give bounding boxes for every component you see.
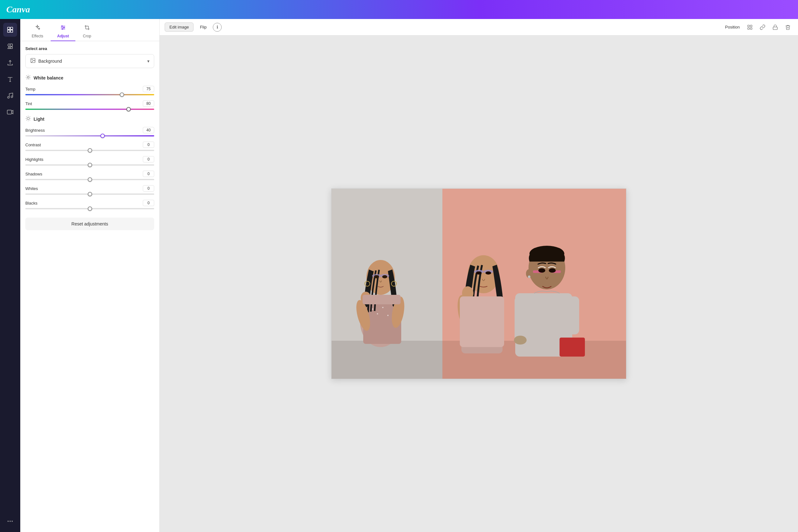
contrast-label: Contrast <box>25 142 41 147</box>
sidebar-item-more[interactable] <box>3 514 17 528</box>
white-balance-icon <box>25 74 31 81</box>
dropdown-image-icon <box>30 58 36 64</box>
svg-point-40 <box>372 308 373 310</box>
flip-button[interactable]: Flip <box>195 23 211 31</box>
light-section: Light Brightness 40 Contrast <box>25 116 154 209</box>
brightness-slider[interactable] <box>25 135 154 136</box>
svg-rect-20 <box>748 25 749 26</box>
svg-point-15 <box>62 28 63 30</box>
right-area: Edit image Flip ℹ Position <box>159 19 798 532</box>
blacks-label: Blacks <box>25 201 37 206</box>
shadows-thumb[interactable] <box>88 177 92 182</box>
position-button[interactable]: Position <box>723 23 742 31</box>
svg-rect-9 <box>7 110 12 114</box>
brightness-slider-row: Brightness 40 <box>25 127 154 136</box>
shadows-slider[interactable] <box>25 179 154 180</box>
grid-icon-button[interactable] <box>745 22 755 32</box>
brightness-thumb[interactable] <box>100 134 105 138</box>
sidebar-item-uploads[interactable] <box>3 56 17 70</box>
svg-point-41 <box>377 313 378 315</box>
link-icon-button[interactable] <box>758 22 767 32</box>
sidebar-item-music[interactable] <box>3 89 17 102</box>
tab-effects[interactable]: Effects <box>25 22 50 41</box>
svg-rect-1 <box>11 27 13 30</box>
tint-slider[interactable] <box>25 109 154 110</box>
svg-rect-26 <box>331 341 442 379</box>
svg-rect-54 <box>460 297 504 347</box>
svg-point-66 <box>514 336 527 344</box>
white-balance-section: White balance Temp 75 Tint 8 <box>25 74 154 110</box>
tint-thumb[interactable] <box>126 107 131 112</box>
svg-rect-3 <box>11 30 13 32</box>
blacks-thumb[interactable] <box>88 207 92 211</box>
svg-rect-21 <box>750 25 752 26</box>
tab-crop[interactable]: Crop <box>77 22 97 41</box>
svg-point-14 <box>64 27 64 28</box>
tab-adjust[interactable]: Adjust <box>51 22 75 41</box>
sidebar-item-video[interactable] <box>3 105 17 119</box>
lock-icon-button[interactable] <box>770 22 780 32</box>
svg-rect-67 <box>559 338 585 357</box>
blacks-slider[interactable] <box>25 208 154 209</box>
contrast-slider[interactable] <box>25 150 154 151</box>
light-icon <box>25 116 31 122</box>
shadows-slider-row: Shadows 0 <box>25 171 154 180</box>
svg-point-61 <box>549 268 556 273</box>
svg-rect-33 <box>363 295 401 304</box>
area-dropdown-value: Background <box>38 59 62 64</box>
highlights-label: Highlights <box>25 157 43 162</box>
svg-rect-6 <box>11 47 12 49</box>
info-button[interactable]: ℹ <box>213 23 222 32</box>
image-right-panel <box>442 189 626 379</box>
highlights-value[interactable]: 0 <box>143 156 154 163</box>
svg-rect-22 <box>748 27 749 29</box>
sidebar-item-elements[interactable] <box>3 39 17 53</box>
panel-content: Select area Background ▾ <box>20 41 159 532</box>
tint-slider-row: Tint 80 <box>25 100 154 110</box>
trash-icon-button[interactable] <box>783 22 793 32</box>
temp-slider[interactable] <box>25 94 154 95</box>
svg-rect-65 <box>568 297 579 335</box>
sidebar-item-layout[interactable] <box>3 23 17 37</box>
blacks-slider-row: Blacks 0 <box>25 200 154 209</box>
svg-point-50 <box>476 271 482 274</box>
svg-point-12 <box>12 520 13 522</box>
svg-point-17 <box>32 59 32 60</box>
svg-point-19 <box>27 117 30 120</box>
svg-point-42 <box>382 307 383 308</box>
main-layout: Effects Adjust <box>0 19 798 532</box>
whites-thumb[interactable] <box>88 192 92 196</box>
tint-value[interactable]: 80 <box>143 100 154 107</box>
image-toolbar: Edit image Flip ℹ Position <box>159 19 798 36</box>
reset-adjustments-button[interactable]: Reset adjustments <box>25 217 154 230</box>
svg-point-4 <box>8 44 10 46</box>
temp-value[interactable]: 75 <box>143 86 154 92</box>
whites-value[interactable]: 0 <box>143 185 154 192</box>
tab-adjust-label: Adjust <box>57 34 69 38</box>
svg-point-63 <box>528 276 530 278</box>
tab-bar: Effects Adjust <box>20 19 159 41</box>
temp-thumb[interactable] <box>120 93 124 97</box>
shadows-value[interactable]: 0 <box>143 171 154 177</box>
highlights-thumb[interactable] <box>88 163 92 167</box>
svg-point-43 <box>387 315 388 316</box>
svg-point-18 <box>27 76 29 78</box>
position-label: Position <box>725 25 740 30</box>
contrast-value[interactable]: 0 <box>143 141 154 148</box>
whites-slider[interactable] <box>25 193 154 195</box>
canvas-area <box>159 36 798 532</box>
brightness-value[interactable]: 40 <box>143 127 154 133</box>
tab-effects-label: Effects <box>32 34 43 38</box>
left-figure-svg <box>331 189 442 379</box>
contrast-slider-row: Contrast 0 <box>25 141 154 151</box>
area-dropdown[interactable]: Background ▾ <box>25 54 154 68</box>
contrast-thumb[interactable] <box>88 148 92 153</box>
image-left-panel <box>331 189 442 379</box>
blacks-value[interactable]: 0 <box>143 200 154 206</box>
sidebar-item-text[interactable] <box>3 72 17 86</box>
highlights-slider[interactable] <box>25 164 154 166</box>
icon-sidebar <box>0 19 20 532</box>
crop-icon <box>84 25 90 32</box>
edit-image-button[interactable]: Edit image <box>165 22 193 32</box>
highlights-slider-row: Highlights 0 <box>25 156 154 166</box>
